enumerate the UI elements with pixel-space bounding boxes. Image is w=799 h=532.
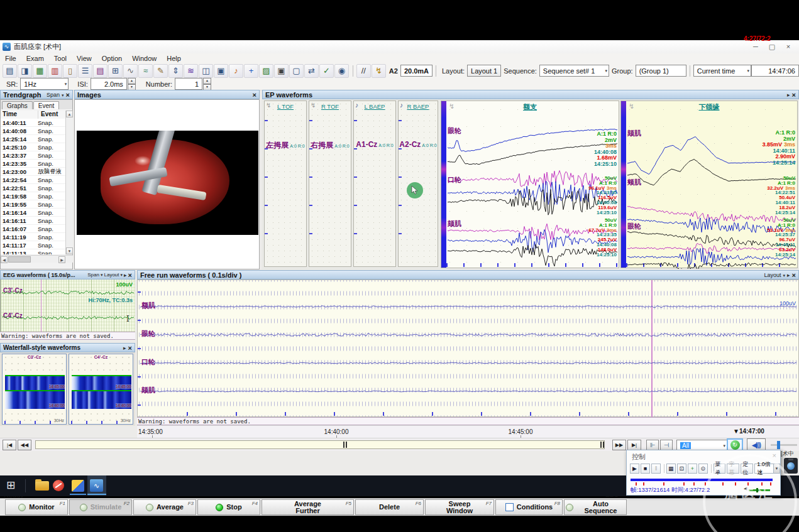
tab-graphs[interactable]: Graphs (2, 101, 33, 109)
merge-icon[interactable]: ⇄ (304, 64, 319, 78)
isi-stepper[interactable]: ▲▼ (128, 78, 136, 90)
time-mode-dropdown[interactable]: Current time (693, 65, 751, 77)
event-row[interactable]: 14:19:58Snap. (1, 192, 65, 200)
video-timeline-bar[interactable] (631, 479, 773, 481)
zoom-tool-icon[interactable]: ⊙ (698, 464, 708, 474)
event-row[interactable]: 14:16:07Snap. (1, 225, 65, 233)
target-icon[interactable]: + (244, 64, 258, 78)
start-button[interactable]: ⊞ (6, 479, 15, 492)
auto-update-button[interactable]: ↻ (727, 438, 743, 451)
pause-button[interactable]: ‖ (651, 464, 661, 474)
worklist-icon[interactable]: ☰ (78, 64, 92, 78)
close-panel-icon[interactable] (792, 91, 796, 99)
event-row[interactable]: 14:23:35Snap. (1, 160, 65, 168)
fullscreen-icon[interactable]: ⊡ (677, 464, 686, 474)
ep-channel-l-tof[interactable]: ↯L TOF左拇展A:0 R:0 (264, 100, 307, 267)
grid-view-icon[interactable]: ▦ (666, 464, 676, 474)
image-icon[interactable]: ▨ (259, 64, 273, 78)
horizontal-scrollbar[interactable]: ◀ ▶ (1, 255, 73, 263)
filter-icon[interactable]: ≈ (138, 64, 153, 78)
speaker-icon[interactable]: ♪ (229, 64, 243, 78)
span-button[interactable]: Span (87, 272, 99, 278)
pan-tool-icon[interactable]: + (688, 464, 697, 474)
verify-icon[interactable]: ✓ (319, 64, 334, 78)
expand-panel-icon[interactable] (124, 272, 127, 278)
layout-button[interactable]: Layout (104, 272, 119, 278)
slider-handle[interactable] (777, 441, 780, 449)
control-window[interactable]: 控制 × ▶ ■ ‖ ▦ ⊡ + ⊙ 菜单 字幕 定位 1.0倍速 ▼ 帧:13… (626, 450, 781, 496)
event-row[interactable]: 14:16:14Snap. (1, 209, 65, 217)
menu-help[interactable]: Help (162, 55, 186, 62)
fkey-stimulate[interactable]: StimulateF2 (69, 499, 132, 515)
span-button[interactable]: Span (47, 92, 60, 98)
event-row[interactable]: 14:19:55Snap. (1, 200, 65, 209)
isi-field[interactable]: 2.0ms (91, 78, 127, 90)
fkey-auto-sequence[interactable]: Auto Sequence (564, 499, 627, 515)
scroll-left-icon[interactable]: ◀ (1, 256, 8, 263)
subtitle-button[interactable]: 字幕 (727, 464, 739, 474)
caliper-icon[interactable]: // (356, 64, 371, 78)
remote-app-icon[interactable] (53, 480, 64, 491)
event-row[interactable]: 14:22:51Snap. (1, 184, 65, 192)
scale-icon[interactable]: ⇕ (168, 64, 183, 78)
event-row[interactable]: 14:11:17Snap. (1, 241, 65, 249)
stimulate-flash-icon[interactable]: ↯ (372, 64, 386, 78)
scroll-up-icon[interactable]: ▲ (66, 111, 73, 117)
tab-event[interactable]: Event (33, 101, 60, 109)
ep-plot-mandibular-branch[interactable]: ↯ 下颌缘 颏肌颊肌眼轮A:1 R:02mV3.85mV3ms14:40:112… (620, 100, 798, 268)
conditions-checkbox[interactable] (505, 503, 514, 511)
number-stepper[interactable]: ▲▼ (203, 78, 211, 90)
vertical-scrollbar[interactable]: ▲ ▼ (65, 111, 73, 254)
menu-file[interactable]: File (0, 55, 21, 62)
trace-edit-icon[interactable]: ✎ (153, 64, 168, 78)
print-icon[interactable]: ▤ (3, 64, 17, 78)
waterfall-c4[interactable]: C4'-Cz 14:45:00 14:40:00 30Hz (69, 354, 133, 425)
layout-button[interactable]: Layout (764, 272, 781, 278)
ep-channel-l-baep[interactable]: ♪L BAEPA1-CzA:0 R:0 (353, 100, 396, 267)
ep-plot-frontal-branch[interactable]: ↯ 额支 眼轮口轮颏肌A:1 R:02mV3ms14:40:081.68mV14… (441, 100, 619, 268)
layout-button[interactable]: Layout 1 (467, 65, 501, 77)
active-app-icon[interactable]: ∿ (87, 475, 106, 496)
fkey-stop[interactable]: StopF4 (197, 499, 260, 515)
freerun-panel[interactable]: 100uV 额肌眼轮口轮颏肌 (137, 280, 799, 417)
cascade-icon[interactable]: ▣ (214, 64, 228, 78)
event-row[interactable]: 14:25:14Snap. (1, 135, 65, 143)
expand-panel-icon[interactable] (787, 92, 790, 98)
close-panel-icon[interactable] (792, 271, 796, 279)
event-row[interactable]: 14:11:19Snap. (1, 233, 65, 241)
expand-panel-icon[interactable] (123, 345, 126, 351)
menu-exam[interactable]: Exam (21, 55, 49, 62)
number-field[interactable]: 1 (175, 78, 202, 90)
volume-slider[interactable] (771, 444, 797, 446)
sr-dropdown[interactable]: 1Hz (20, 78, 69, 90)
forward-button[interactable]: ▶▶ (612, 440, 626, 450)
scroll-down-icon[interactable]: ▼ (66, 247, 73, 254)
stim-intensity-value[interactable]: 20.0mA (400, 65, 433, 77)
patient-icon[interactable]: ▯ (63, 64, 77, 78)
event-row[interactable]: 14:11:13Snap. (1, 249, 65, 254)
audio-monitor-button[interactable]: ◀))) (747, 438, 766, 451)
overlay-icon[interactable]: ≋ (184, 64, 198, 78)
close-button[interactable]: × (780, 40, 796, 53)
stop-button[interactable]: ■ (641, 464, 650, 474)
close-panel-icon[interactable] (128, 344, 132, 352)
rewind-button[interactable]: ◀◀ (18, 440, 31, 450)
surgical-photo[interactable] (77, 131, 258, 235)
last-average-icon[interactable]: ⊣ (660, 440, 673, 450)
event-row[interactable]: 14:23:37Snap. (1, 151, 65, 160)
montage-icon[interactable]: ∿ (123, 64, 138, 78)
fkey-sweep-window[interactable]: Sweep WindowF7 (425, 499, 494, 515)
print-preview-icon[interactable]: ◨ (18, 64, 32, 78)
pinned-app-icon[interactable] (72, 480, 84, 492)
close-icon[interactable]: × (773, 452, 776, 459)
speed-dropdown[interactable]: 1.0倍速 ▼ (754, 464, 780, 474)
file-explorer-icon[interactable] (35, 481, 49, 491)
menu-window[interactable]: Window (127, 55, 162, 62)
ep-channel-r-tof[interactable]: ↯R TOF右拇展A:0 R:0 (309, 100, 351, 267)
close-panel-icon[interactable] (66, 91, 70, 99)
report-icon[interactable]: ▥ (48, 64, 62, 78)
waterfall-c3[interactable]: C3'-Cz 14:45:00 14:40:00 30Hz (2, 354, 67, 425)
database-icon[interactable]: ▤ (93, 64, 107, 78)
fkey-conditions[interactable]: ConditionsF8 (495, 499, 563, 515)
expand-panel-icon[interactable] (787, 272, 790, 278)
